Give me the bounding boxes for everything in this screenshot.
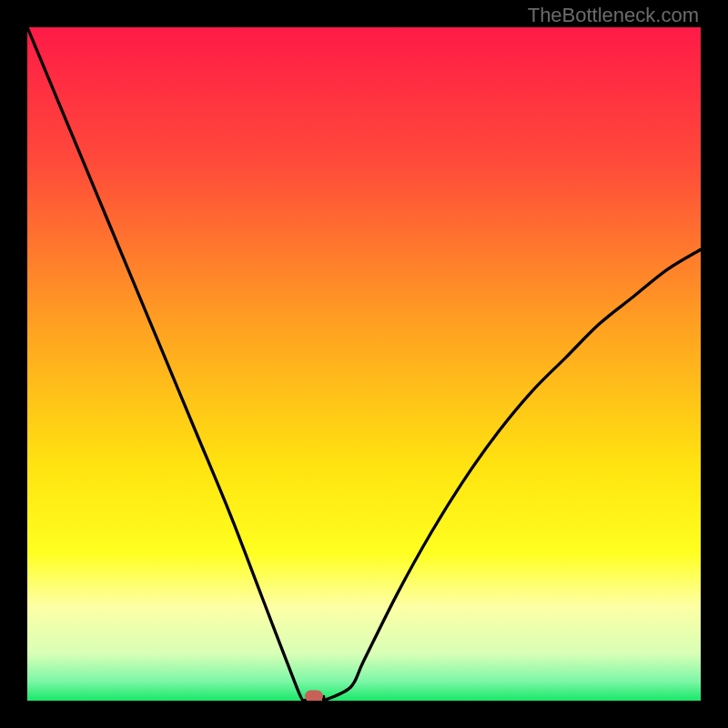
watermark-text: TheBottleneck.com <box>528 4 699 27</box>
bottleneck-curve <box>27 27 701 701</box>
plot-area <box>27 27 701 701</box>
optimum-marker <box>305 691 323 702</box>
chart-frame: TheBottleneck.com <box>0 0 728 728</box>
